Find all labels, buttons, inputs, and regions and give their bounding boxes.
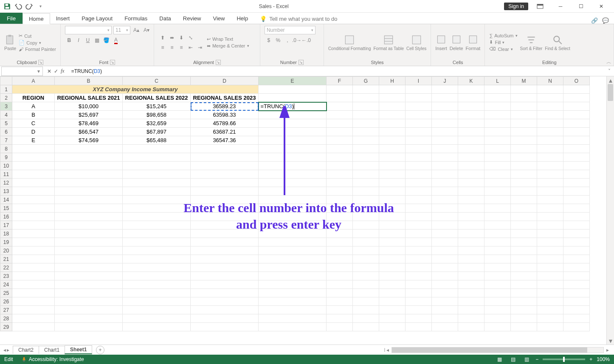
col-header-E[interactable]: E xyxy=(259,77,327,85)
cell-F8[interactable] xyxy=(327,145,353,153)
format-painter-button[interactable]: 🖌Format Painter xyxy=(19,47,56,52)
font-color-button[interactable]: A xyxy=(112,36,120,45)
row-header-25[interactable]: 25 xyxy=(0,289,12,297)
cell-J22[interactable] xyxy=(432,263,458,272)
cell-L9[interactable] xyxy=(484,153,511,162)
fill-button[interactable]: ⬇Fill▾ xyxy=(489,39,517,45)
cancel-formula-icon[interactable]: ✕ xyxy=(47,68,51,74)
cell-G18[interactable] xyxy=(353,230,379,238)
cell-A16[interactable] xyxy=(12,213,55,221)
cell-I17[interactable] xyxy=(406,221,432,230)
cell-I26[interactable] xyxy=(406,297,432,306)
cell-F18[interactable] xyxy=(327,230,353,238)
font-size-combo[interactable]: 11▾ xyxy=(113,26,130,34)
cell-J20[interactable] xyxy=(432,246,458,255)
cell-G22[interactable] xyxy=(353,263,379,272)
cell-G4[interactable] xyxy=(353,111,379,119)
clear-button[interactable]: ⌫Clear▾ xyxy=(489,46,517,52)
cell-M20[interactable] xyxy=(511,246,537,255)
cell-E29[interactable] xyxy=(259,323,327,331)
cell-L20[interactable] xyxy=(484,246,511,255)
cell-I4[interactable] xyxy=(406,111,432,119)
cell-M16[interactable] xyxy=(511,213,537,221)
cell-B3[interactable]: $10,000 xyxy=(55,102,123,111)
cell-N8[interactable] xyxy=(537,145,563,153)
find-select-button[interactable]: Find & Select xyxy=(545,34,570,51)
cell-N14[interactable] xyxy=(537,196,563,204)
undo-icon[interactable] xyxy=(14,3,22,10)
cell-G28[interactable] xyxy=(353,314,379,323)
cell-C24[interactable] xyxy=(123,280,191,289)
cell-I19[interactable] xyxy=(406,238,432,246)
fill-color-button[interactable]: 🪣 xyxy=(102,36,111,45)
cell-K3[interactable] xyxy=(458,102,484,111)
cell-M24[interactable] xyxy=(511,280,537,289)
cell-I24[interactable] xyxy=(406,280,432,289)
cell-A18[interactable] xyxy=(12,230,55,238)
cell-A10[interactable] xyxy=(12,162,55,170)
cell-M18[interactable] xyxy=(511,230,537,238)
sort-filter-button[interactable]: Sort & Filter xyxy=(520,34,543,51)
col-header-I[interactable]: I xyxy=(406,77,432,85)
cell-K27[interactable] xyxy=(458,306,484,314)
cell-J17[interactable] xyxy=(432,221,458,230)
cell-K10[interactable] xyxy=(458,162,484,170)
cell-N12[interactable] xyxy=(537,179,563,187)
cell-I22[interactable] xyxy=(406,263,432,272)
alignment-dialog-launcher[interactable]: ↘ xyxy=(216,60,221,65)
cell-B21[interactable] xyxy=(55,255,123,263)
cell-A25[interactable] xyxy=(12,289,55,297)
cell-M6[interactable] xyxy=(511,128,537,136)
cell-B15[interactable] xyxy=(55,204,123,213)
cell-I23[interactable] xyxy=(406,272,432,280)
cell-G9[interactable] xyxy=(353,153,379,162)
sheet-tab-sheet1[interactable]: Sheet1 xyxy=(65,345,92,354)
row-header-9[interactable]: 9 xyxy=(0,153,12,162)
cell-L5[interactable] xyxy=(484,119,511,128)
cell-L6[interactable] xyxy=(484,128,511,136)
border-button[interactable]: ▦ xyxy=(93,36,101,45)
cell-K26[interactable] xyxy=(458,297,484,306)
cell-F27[interactable] xyxy=(327,306,353,314)
enter-formula-icon[interactable]: ✓ xyxy=(54,68,58,74)
cell-E24[interactable] xyxy=(259,280,327,289)
horizontal-scrollbar[interactable]: ⁞ ◂ ▸ xyxy=(104,347,614,353)
cell-F21[interactable] xyxy=(327,255,353,263)
cell-I8[interactable] xyxy=(406,145,432,153)
tell-me-search[interactable]: 💡 Tell me what you want to do xyxy=(254,14,343,24)
fx-icon[interactable]: fx xyxy=(61,68,65,74)
select-all-corner[interactable] xyxy=(0,77,12,85)
cell-I1[interactable] xyxy=(406,85,432,94)
cell-G19[interactable] xyxy=(353,238,379,246)
cell-M21[interactable] xyxy=(511,255,537,263)
cell-B8[interactable] xyxy=(55,145,123,153)
cell-C18[interactable] xyxy=(123,230,191,238)
cell-F11[interactable] xyxy=(327,170,353,179)
cell-H11[interactable] xyxy=(379,170,406,179)
cell-N25[interactable] xyxy=(537,289,563,297)
cell-J14[interactable] xyxy=(432,196,458,204)
cell-I7[interactable] xyxy=(406,136,432,145)
cell-E17[interactable] xyxy=(259,221,327,230)
col-header-M[interactable]: M xyxy=(511,77,537,85)
cell-B10[interactable] xyxy=(55,162,123,170)
wrap-text-button[interactable]: ↩Wrap Text xyxy=(207,36,249,42)
cell-F12[interactable] xyxy=(327,179,353,187)
cell-N27[interactable] xyxy=(537,306,563,314)
row-header-19[interactable]: 19 xyxy=(0,238,12,246)
cell-L13[interactable] xyxy=(484,187,511,196)
cell-H17[interactable] xyxy=(379,221,406,230)
cell-E13[interactable] xyxy=(259,187,327,196)
cell-E2[interactable] xyxy=(259,94,327,102)
cell-N6[interactable] xyxy=(537,128,563,136)
cell-G27[interactable] xyxy=(353,306,379,314)
row-header-28[interactable]: 28 xyxy=(0,314,12,323)
cell-G5[interactable] xyxy=(353,119,379,128)
cell-N22[interactable] xyxy=(537,263,563,272)
cell-N23[interactable] xyxy=(537,272,563,280)
cell-M26[interactable] xyxy=(511,297,537,306)
cell-E3-editing[interactable]: =TRUNC(D3) xyxy=(259,102,327,111)
cell-L11[interactable] xyxy=(484,170,511,179)
cell-E15[interactable] xyxy=(259,204,327,213)
cell-F6[interactable] xyxy=(327,128,353,136)
